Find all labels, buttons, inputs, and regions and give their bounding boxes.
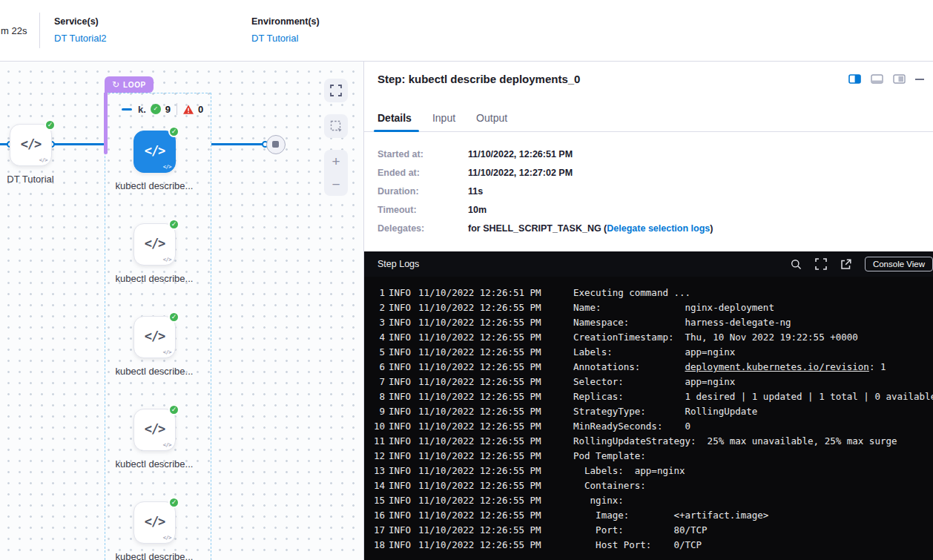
- bottom-view-icon: [871, 74, 883, 84]
- log-level: INFO: [389, 493, 412, 508]
- log-timestamp: 11/10/2022 12:26:55 PM: [418, 523, 541, 538]
- success-count: 9: [165, 104, 171, 115]
- detail-value: for SHELL_SCRIPT_TASK_NG (Delegate selec…: [468, 223, 713, 234]
- log-line: 9INFO11/10/2022 12:26:55 PMStrategyType:…: [372, 404, 933, 419]
- node-label: kubectl describe...: [113, 457, 195, 471]
- log-line: 8INFO11/10/2022 12:26:55 PMReplicas: 1 d…: [372, 389, 933, 404]
- log-message: Namespace: harness-delegate-ng: [573, 315, 791, 330]
- log-line-number: 2: [372, 300, 385, 315]
- delegate-selection-logs-link[interactable]: Delegate selection logs: [607, 223, 710, 234]
- log-message: Containers:: [573, 478, 646, 493]
- pipeline-node-start[interactable]: </> </> ✓: [10, 124, 52, 166]
- log-line: 4INFO11/10/2022 12:26:55 PMCreationTimes…: [372, 330, 933, 345]
- split-view-icon: [848, 74, 861, 84]
- service-link[interactable]: DT Tutorial2: [54, 33, 107, 44]
- success-check-icon: ✓: [44, 119, 56, 131]
- log-level: INFO: [389, 286, 412, 300]
- tab-details[interactable]: Details: [378, 112, 412, 131]
- search-icon: [791, 259, 802, 270]
- step-type-mini-icon: </>: [39, 157, 47, 163]
- detail-value: 11/10/2022, 12:26:51 PM: [468, 149, 573, 159]
- log-line: 12INFO11/10/2022 12:26:55 PMPod Template…: [372, 449, 933, 464]
- loop-step-name: k.: [138, 104, 146, 115]
- environment-link[interactable]: DT Tutorial: [251, 33, 298, 44]
- external-link-icon: [840, 259, 851, 270]
- shell-script-icon: </>: [134, 514, 175, 529]
- zoom-in-button[interactable]: +: [324, 150, 348, 173]
- console-view-button[interactable]: Console View: [865, 257, 933, 271]
- stop-square-icon: [272, 141, 279, 148]
- marquee-select-icon: [330, 120, 342, 132]
- pipeline-canvas[interactable]: </> </> ✓ DT Tutorial ↻ LOOP k. ✓ 9 0 </…: [0, 62, 363, 560]
- search-logs-button[interactable]: [791, 259, 802, 270]
- pipeline-node-kubectl-describe[interactable]: </></>✓: [133, 223, 176, 266]
- log-line-number: 3: [372, 315, 385, 330]
- pipeline-execution-view: m 22s Service(s) DT Tutorial2 Environmen…: [0, 0, 933, 560]
- loop-status-header: k. ✓ 9 0: [122, 103, 203, 115]
- log-level: INFO: [389, 508, 412, 523]
- log-timestamp: 11/10/2022 12:26:51 PM: [418, 286, 541, 300]
- log-timestamp: 11/10/2022 12:26:55 PM: [418, 464, 541, 478]
- log-message: Annotations: deployment.kubernetes.io/re…: [573, 360, 886, 375]
- logs-fullscreen-button[interactable]: [815, 258, 827, 270]
- log-level: INFO: [389, 389, 412, 404]
- log-level: INFO: [389, 464, 412, 478]
- log-message: Replicas: 1 desired | 1 updated | 1 tota…: [573, 389, 933, 404]
- log-timestamp: 11/10/2022 12:26:55 PM: [418, 389, 541, 404]
- log-timestamp: 11/10/2022 12:26:55 PM: [418, 404, 541, 419]
- log-timestamp: 11/10/2022 12:26:55 PM: [418, 434, 541, 449]
- log-line: 18INFO11/10/2022 12:26:55 PM Host Port: …: [372, 538, 933, 553]
- loop-badge[interactable]: ↻ LOOP: [105, 76, 154, 93]
- tab-input[interactable]: Input: [432, 112, 455, 131]
- log-timestamp: 11/10/2022 12:26:55 PM: [418, 345, 541, 360]
- panel-tabs: DetailsInputOutput: [364, 112, 933, 132]
- execution-duration: m 22s: [0, 25, 39, 36]
- collapse-loop-button[interactable]: [122, 108, 132, 111]
- log-line-number: 15: [372, 493, 385, 508]
- log-line-number: 9: [372, 404, 385, 419]
- layout-bottom-view-button[interactable]: [871, 74, 883, 84]
- minimize-panel-button[interactable]: [915, 79, 924, 80]
- zoom-out-button[interactable]: −: [324, 173, 348, 196]
- pipeline-node-kubectl-describe[interactable]: </></>✓: [133, 409, 176, 451]
- log-level: INFO: [389, 375, 412, 389]
- canvas-fullscreen-button[interactable]: [324, 79, 348, 102]
- log-timestamp: 11/10/2022 12:26:55 PM: [418, 478, 541, 493]
- tab-output[interactable]: Output: [476, 112, 507, 131]
- count-divider: [177, 103, 177, 115]
- canvas-fit-selection-button[interactable]: [324, 114, 348, 138]
- log-line-number: 10: [372, 419, 385, 434]
- node-label: kubectl describe...: [113, 550, 195, 560]
- open-logs-new-tab-button[interactable]: [840, 259, 851, 270]
- log-line: 6INFO11/10/2022 12:26:55 PMAnnotations: …: [372, 360, 933, 375]
- log-level: INFO: [389, 404, 412, 419]
- layout-right-view-button[interactable]: [893, 74, 906, 84]
- fail-count: 0: [198, 104, 203, 115]
- detail-row: Delegates:for SHELL_SCRIPT_TASK_NG (Dele…: [378, 223, 920, 234]
- log-message: MinReadySeconds: 0: [573, 419, 690, 434]
- log-line: 11INFO11/10/2022 12:26:55 PMRollingUpdat…: [372, 434, 933, 449]
- step-type-mini-icon: </>: [163, 164, 171, 170]
- shell-script-icon: </>: [134, 236, 175, 251]
- log-level: INFO: [389, 419, 412, 434]
- environment-label: Environment(s): [251, 16, 435, 27]
- pipeline-node-kubectl-describe[interactable]: </></>✓: [133, 316, 176, 358]
- warning-triangle-icon: [183, 105, 194, 114]
- node-label: kubectl describe...: [113, 271, 195, 286]
- log-timestamp: 11/10/2022 12:26:55 PM: [418, 360, 541, 375]
- log-level: INFO: [389, 315, 412, 330]
- log-timestamp: 11/10/2022 12:26:55 PM: [418, 330, 541, 345]
- pipeline-end-node[interactable]: [266, 135, 286, 154]
- log-line-number: 6: [372, 360, 385, 375]
- pipeline-node-kubectl-describe[interactable]: </></>✓: [133, 131, 176, 173]
- step-logs-header: Step Logs: [364, 251, 933, 277]
- pipeline-node-kubectl-describe[interactable]: </></>✓: [133, 501, 176, 544]
- log-annotation-link[interactable]: deployment.kubernetes.io/revision: [685, 361, 869, 372]
- layout-split-view-button[interactable]: [848, 74, 861, 84]
- loop-tail: [104, 93, 108, 154]
- node-label: DT Tutorial: [0, 172, 71, 186]
- log-line-number: 1: [372, 286, 385, 300]
- log-level: INFO: [389, 300, 412, 315]
- log-message: nginx:: [573, 493, 624, 508]
- log-line-number: 12: [372, 449, 385, 464]
